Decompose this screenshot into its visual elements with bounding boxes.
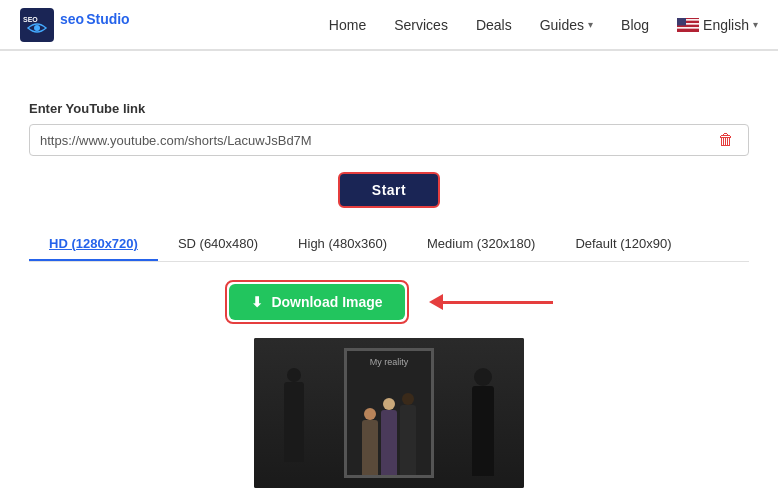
person-3 — [400, 393, 416, 475]
svg-rect-10 — [677, 18, 686, 26]
start-row: Start — [29, 172, 749, 208]
clear-input-button[interactable]: 🗑 — [714, 131, 738, 149]
language-chevron-icon: ▾ — [753, 19, 758, 30]
svg-text:SEO: SEO — [23, 16, 38, 23]
download-row: ⬇ Download Image — [225, 280, 552, 324]
logo: SEO seoStudio — [20, 8, 132, 42]
flag-icon — [677, 18, 699, 32]
nav: Home Services Deals Guides ▾ Blog Englis… — [329, 17, 758, 33]
nav-services[interactable]: Services — [394, 17, 448, 33]
svg-rect-9 — [677, 29, 699, 31]
download-image-button[interactable]: ⬇ Download Image — [229, 284, 404, 320]
start-button[interactable]: Start — [338, 172, 440, 208]
resolution-tabs: HD (1280x720) SD (640x480) High (480x360… — [29, 228, 749, 262]
tab-default[interactable]: Default (120x90) — [555, 228, 691, 261]
url-input-row: 🗑 — [29, 124, 749, 156]
svg-point-2 — [34, 25, 40, 31]
header: SEO seoStudio Home Services Deals Guides… — [0, 0, 778, 50]
person-1 — [362, 408, 378, 475]
tab-high[interactable]: High (480x360) — [278, 228, 407, 261]
arrow-line — [443, 301, 553, 304]
input-label: Enter YouTube link — [29, 101, 749, 116]
nav-home[interactable]: Home — [329, 17, 366, 33]
arrow-head-icon — [429, 294, 443, 310]
tab-sd[interactable]: SD (640x480) — [158, 228, 278, 261]
nav-guides-link[interactable]: Guides — [540, 17, 584, 33]
nav-deals[interactable]: Deals — [476, 17, 512, 33]
download-button-label: Download Image — [271, 294, 382, 310]
people-group — [347, 375, 431, 475]
nav-blog[interactable]: Blog — [621, 17, 649, 33]
svg-rect-8 — [677, 27, 699, 29]
nav-language[interactable]: English ▾ — [677, 17, 758, 33]
download-icon: ⬇ — [251, 294, 263, 310]
person-side-right — [472, 368, 494, 488]
download-button-wrapper: ⬇ Download Image — [225, 280, 408, 324]
header-divider — [0, 50, 778, 51]
language-label: English — [703, 17, 749, 33]
main-content: Enter YouTube link 🗑 Start HD (1280x720)… — [9, 71, 769, 500]
tab-medium[interactable]: Medium (320x180) — [407, 228, 555, 261]
video-title-overlay: My reality — [370, 357, 409, 367]
youtube-url-input[interactable] — [40, 133, 714, 148]
chevron-down-icon: ▾ — [588, 19, 593, 30]
video-thumbnail: My reality — [254, 338, 524, 488]
tab-hd[interactable]: HD (1280x720) — [29, 228, 158, 261]
door-frame: My reality — [344, 348, 434, 478]
thumbnail-scene: My reality — [254, 338, 524, 488]
nav-guides[interactable]: Guides ▾ — [540, 17, 593, 33]
red-arrow — [429, 294, 553, 310]
person-side-left — [284, 368, 304, 488]
start-button-wrapper: Start — [338, 172, 440, 208]
logo-icon: SEO — [20, 8, 54, 42]
person-2 — [381, 398, 397, 475]
logo-text: seoStudio — [60, 11, 132, 38]
download-area: ⬇ Download Image My reality — [29, 280, 749, 488]
